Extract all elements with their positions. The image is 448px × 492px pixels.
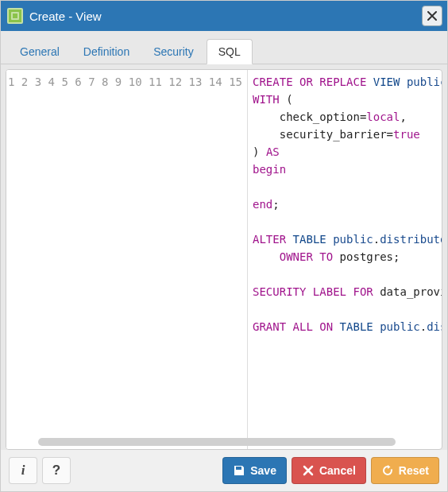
reset-icon (381, 464, 394, 477)
info-button[interactable]: i (9, 457, 37, 484)
dialog: Create - View General Definition Securit… (0, 0, 448, 492)
tab-definition[interactable]: Definition (72, 40, 141, 64)
tab-general[interactable]: General (9, 40, 71, 64)
app-icon (7, 8, 23, 24)
dialog-title: Create - View (29, 10, 422, 23)
tab-bar: General Definition Security SQL (1, 31, 447, 64)
info-icon: i (21, 463, 25, 478)
horizontal-scrollbar[interactable] (38, 438, 435, 446)
code-content[interactable]: CREATE OR REPLACE VIEW public.distributo… (248, 70, 442, 449)
close-icon (427, 11, 437, 21)
cancel-button[interactable]: Cancel (292, 457, 366, 484)
save-button-label: Save (250, 464, 276, 477)
cancel-icon (302, 464, 315, 477)
tab-security[interactable]: Security (142, 40, 205, 64)
save-icon (233, 464, 245, 477)
tab-sql[interactable]: SQL (207, 39, 253, 64)
scrollbar-thumb[interactable] (38, 438, 396, 446)
help-icon: ? (52, 463, 60, 478)
reset-button-label: Reset (399, 464, 429, 477)
footer: i ? Save Cancel Reset (1, 450, 447, 491)
titlebar: Create - View (1, 1, 447, 31)
editor-area: 1 2 3 4 5 6 7 8 9 10 11 12 13 14 15 CREA… (1, 64, 447, 450)
sql-editor[interactable]: 1 2 3 4 5 6 7 8 9 10 11 12 13 14 15 CREA… (6, 69, 442, 450)
line-gutter: 1 2 3 4 5 6 7 8 9 10 11 12 13 14 15 (6, 70, 248, 449)
help-button[interactable]: ? (42, 457, 71, 484)
save-button[interactable]: Save (222, 457, 287, 484)
cancel-button-label: Cancel (319, 464, 356, 477)
reset-button[interactable]: Reset (371, 457, 439, 484)
close-button[interactable] (422, 6, 442, 26)
